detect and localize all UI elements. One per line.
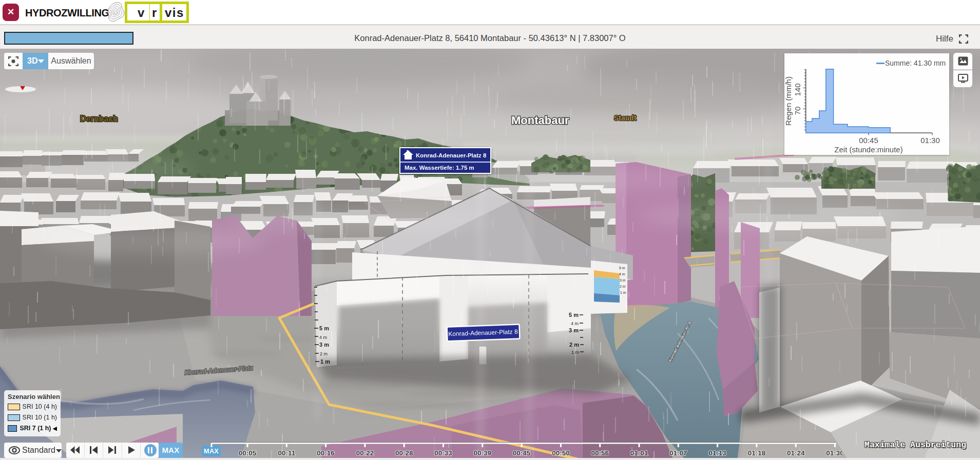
svg-text:00:16: 00:16 bbox=[317, 449, 335, 457]
svg-text:01:30: 01:30 bbox=[920, 136, 940, 145]
svg-text:01:30: 01:30 bbox=[826, 449, 842, 457]
svg-text:2 m: 2 m bbox=[620, 285, 626, 288]
svg-text:Summe: 41.30 mm: Summe: 41.30 mm bbox=[885, 59, 946, 67]
svg-text:Regen (mm/h): Regen (mm/h) bbox=[784, 76, 793, 126]
svg-text:4 m: 4 m bbox=[619, 272, 625, 276]
svg-text:2 m: 2 m bbox=[320, 351, 328, 356]
svg-text:5 m: 5 m bbox=[619, 266, 625, 270]
svg-text:00:05: 00:05 bbox=[239, 449, 257, 457]
svg-text:00:33: 00:33 bbox=[434, 449, 452, 457]
svg-text:Montabaur: Montabaur bbox=[511, 114, 569, 127]
svg-text:3 m: 3 m bbox=[569, 327, 579, 333]
svg-text:01:18: 01:18 bbox=[748, 449, 766, 457]
svg-text:70: 70 bbox=[793, 107, 802, 115]
svg-text:Zeit (stunde:minute): Zeit (stunde:minute) bbox=[834, 145, 902, 154]
svg-text:1 m: 1 m bbox=[620, 291, 626, 294]
svg-text:01:07: 01:07 bbox=[669, 449, 687, 457]
svg-text:2 m: 2 m bbox=[569, 342, 579, 348]
svg-text:00:28: 00:28 bbox=[395, 449, 413, 457]
svg-text:01:01: 01:01 bbox=[630, 449, 648, 457]
svg-text:00:50: 00:50 bbox=[552, 449, 570, 457]
svg-text:00:39: 00:39 bbox=[474, 449, 492, 457]
svg-text:1 m: 1 m bbox=[571, 350, 579, 355]
svg-text:00:45: 00:45 bbox=[513, 449, 531, 457]
svg-text:00:22: 00:22 bbox=[356, 449, 374, 457]
svg-text:00:11: 00:11 bbox=[278, 449, 295, 457]
svg-text:1 m: 1 m bbox=[320, 358, 330, 365]
svg-text:00:56: 00:56 bbox=[591, 449, 609, 457]
svg-text:00:45: 00:45 bbox=[859, 136, 878, 145]
svg-text:Dernbach: Dernbach bbox=[80, 114, 118, 123]
svg-text:01:24: 01:24 bbox=[787, 449, 805, 457]
svg-text:Staudt: Staudt bbox=[614, 114, 637, 122]
svg-text:3 m: 3 m bbox=[620, 278, 626, 282]
svg-text:3 m: 3 m bbox=[319, 342, 329, 348]
svg-text:140: 140 bbox=[793, 83, 802, 96]
svg-text:4 m: 4 m bbox=[319, 335, 327, 340]
svg-text:5 m: 5 m bbox=[569, 312, 579, 318]
svg-text:5 m: 5 m bbox=[319, 325, 329, 331]
svg-text:4 m: 4 m bbox=[571, 321, 579, 326]
svg-text:01:13: 01:13 bbox=[708, 449, 726, 457]
